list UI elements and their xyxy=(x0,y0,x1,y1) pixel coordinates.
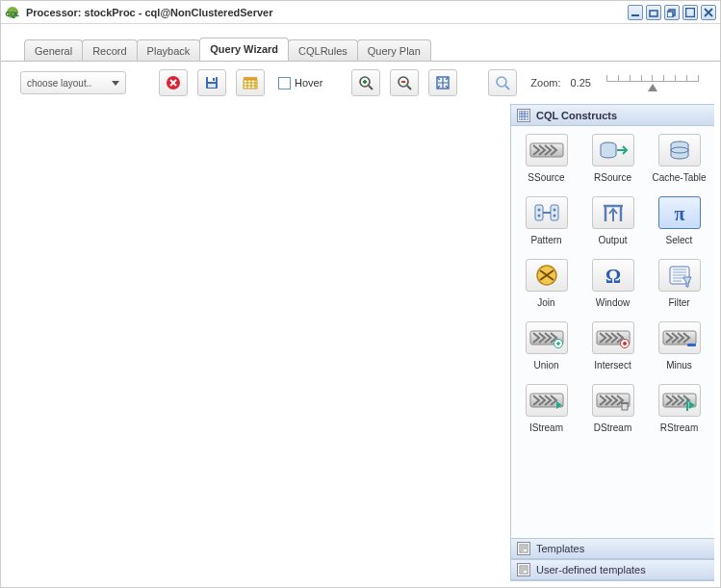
construct-minus: Minus xyxy=(651,321,708,371)
construct-ssource: SSource xyxy=(518,134,576,183)
zoom-in-button[interactable] xyxy=(351,69,380,96)
slider-thumb-icon[interactable] xyxy=(648,84,657,91)
tab-query-wizard[interactable]: Query Wizard xyxy=(199,38,289,61)
svg-rect-3 xyxy=(650,11,657,16)
construct-union-button[interactable] xyxy=(526,321,568,354)
cql-constructs-palette: CQL Constructs SSourceRSourceCache-Table… xyxy=(510,104,714,581)
construct-pattern-button[interactable] xyxy=(526,196,568,229)
construct-ssource-button[interactable] xyxy=(526,134,568,166)
svg-rect-27 xyxy=(551,205,558,220)
restore-up-button[interactable] xyxy=(664,5,680,20)
tab-playback[interactable]: Playback xyxy=(137,39,201,61)
svg-line-20 xyxy=(505,86,509,89)
tab-record[interactable]: Record xyxy=(82,39,137,61)
construct-filter-button[interactable] xyxy=(658,259,701,292)
construct-output-button[interactable] xyxy=(592,196,634,229)
user-templates-icon xyxy=(517,563,530,576)
svg-line-15 xyxy=(369,86,373,89)
svg-rect-26 xyxy=(535,205,543,220)
svg-rect-42 xyxy=(687,344,696,346)
maximize-button[interactable] xyxy=(682,5,698,20)
tab-general[interactable]: General xyxy=(24,39,83,61)
construct-filter: Filter xyxy=(651,259,708,308)
fit-view-button[interactable] xyxy=(428,69,457,96)
construct-select: πSelect xyxy=(651,196,708,245)
zoom-label: Zoom: xyxy=(530,77,560,89)
construct-window: ΩWindow xyxy=(584,259,642,308)
construct-label: Join xyxy=(537,297,554,308)
svg-rect-2 xyxy=(631,14,639,16)
close-button[interactable] xyxy=(701,5,716,20)
construct-output: Output xyxy=(584,196,642,245)
minimize-button[interactable] xyxy=(628,5,643,20)
hover-checkbox[interactable] xyxy=(278,77,291,89)
construct-pattern: Pattern xyxy=(518,196,576,245)
construct-label: Filter xyxy=(668,297,689,308)
save-button[interactable] xyxy=(197,69,226,96)
grid-button[interactable] xyxy=(236,69,265,96)
layout-select[interactable]: choose layout.. xyxy=(20,71,126,94)
construct-label: Output xyxy=(598,235,627,245)
templates-label: Templates xyxy=(536,543,584,554)
construct-union: Union xyxy=(518,321,576,371)
construct-rsource: RSource xyxy=(584,134,642,183)
zoom-value: 0.25 xyxy=(571,77,591,89)
construct-label: Window xyxy=(596,297,631,308)
svg-rect-21 xyxy=(519,111,528,120)
query-wizard-toolbar: choose layout.. Hover xyxy=(1,62,720,104)
zoom-slider[interactable] xyxy=(606,75,699,91)
restore-down-button[interactable] xyxy=(646,5,661,20)
palette-body: SSourceRSourceCache-TablePatternOutputπS… xyxy=(511,126,714,538)
svg-rect-22 xyxy=(530,143,563,157)
zoom-out-button[interactable] xyxy=(390,69,419,96)
user-templates-section[interactable]: User-defined templates xyxy=(511,559,714,580)
svg-point-19 xyxy=(497,77,506,87)
layout-select-label: choose layout.. xyxy=(27,78,91,89)
svg-rect-45 xyxy=(622,403,628,410)
construct-intersect-button[interactable] xyxy=(592,321,634,354)
hover-label: Hover xyxy=(295,77,322,89)
construct-minus-button[interactable] xyxy=(658,321,701,354)
construct-dstream: DStream xyxy=(584,384,642,433)
window-title: Processor: stockProc - cql@NonClusteredS… xyxy=(26,7,628,18)
workspace: CQL Constructs SSourceRSourceCache-Table… xyxy=(1,104,720,587)
svg-rect-10 xyxy=(213,78,215,81)
tab-query-plan[interactable]: Query Plan xyxy=(357,39,431,61)
search-zoom-button[interactable] xyxy=(488,69,517,96)
palette-header[interactable]: CQL Constructs xyxy=(511,105,714,126)
tab-strip: General Record Playback Query Wizard CQL… xyxy=(24,38,720,61)
svg-point-31 xyxy=(553,215,555,217)
construct-rstream-button[interactable] xyxy=(658,384,701,417)
construct-select-button[interactable]: π xyxy=(658,196,701,229)
construct-label: RSource xyxy=(594,172,631,183)
construct-istream: IStream xyxy=(518,384,576,433)
delete-button[interactable] xyxy=(159,69,188,96)
construct-intersect: Intersect xyxy=(584,321,642,371)
construct-cache-table: Cache-Table xyxy=(651,134,708,183)
svg-rect-5 xyxy=(667,12,673,17)
svg-text:Ω: Ω xyxy=(605,266,620,287)
construct-window-button[interactable]: Ω xyxy=(592,259,634,292)
user-templates-label: User-defined templates xyxy=(536,564,646,575)
svg-point-28 xyxy=(537,209,540,212)
query-canvas[interactable] xyxy=(1,104,510,587)
templates-icon xyxy=(517,542,530,555)
palette-title: CQL Constructs xyxy=(536,110,617,121)
construct-cache-table-button[interactable] xyxy=(658,134,701,166)
construct-label: Cache-Table xyxy=(652,172,706,183)
cql-logo-icon: CQL xyxy=(5,5,20,20)
construct-istream-button[interactable] xyxy=(526,384,568,417)
processor-window: CQL Processor: stockProc - cql@NonCluste… xyxy=(0,0,721,588)
svg-point-30 xyxy=(553,209,555,212)
construct-rsource-button[interactable] xyxy=(592,134,634,166)
construct-join-button[interactable] xyxy=(526,259,568,292)
construct-dstream-button[interactable] xyxy=(592,384,634,417)
tab-cqlrules[interactable]: CQLRules xyxy=(288,39,358,61)
templates-section[interactable]: Templates xyxy=(511,538,714,559)
svg-point-40 xyxy=(623,342,627,345)
construct-label: Pattern xyxy=(530,235,561,245)
construct-label: RStream xyxy=(660,422,698,433)
construct-label: Minus xyxy=(666,360,692,371)
svg-rect-6 xyxy=(686,8,695,16)
svg-rect-46 xyxy=(621,402,629,404)
